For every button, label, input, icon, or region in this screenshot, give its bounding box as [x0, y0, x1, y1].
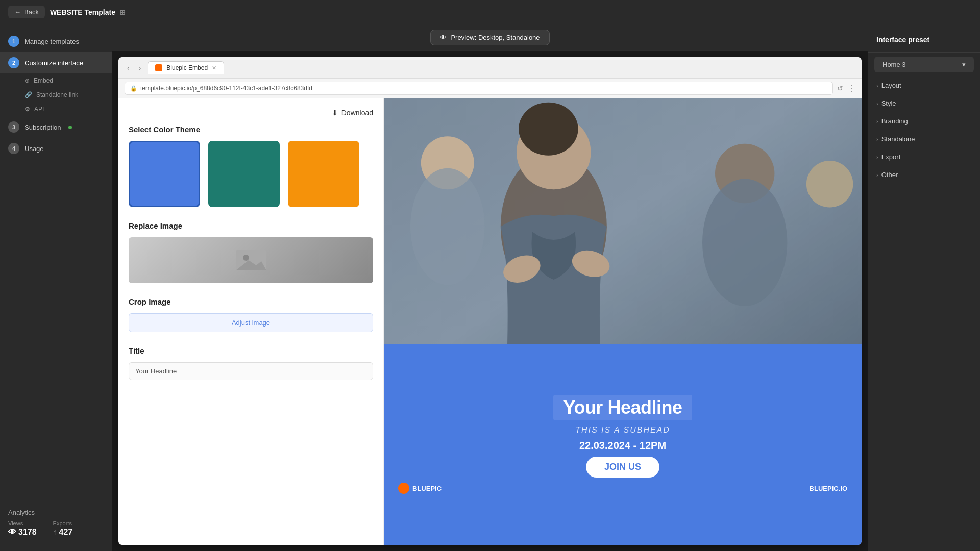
color-swatch-orange[interactable] [288, 141, 359, 207]
export-icon: ↑ [53, 528, 57, 537]
analytics-section: Analytics Views 👁 3178 Exports ↑ 427 [0, 500, 112, 545]
color-theme-section: Select Color Theme [129, 125, 373, 207]
replace-image-title: Replace Image [129, 221, 373, 230]
chevron-right-icon: › [876, 83, 878, 89]
title-input[interactable] [129, 362, 373, 380]
browser-back-button[interactable]: ‹ [125, 63, 132, 73]
sidebar-sub-standalone-link[interactable]: 🔗 Standalone link [0, 88, 112, 102]
topbar: ← Back WEBSITE Template ⊞ [0, 0, 980, 24]
browser-window: ‹ › Bluepic Embed ✕ 🔒 template.bluepic.i… [118, 57, 862, 545]
image-placeholder-icon [236, 250, 266, 270]
url-text: template.bluepic.io/p_688d6c90-112f-43c1… [140, 85, 312, 92]
sidebar-sub-api[interactable]: ⚙ API [0, 102, 112, 116]
replace-image-section: Replace Image [129, 221, 373, 283]
url-bar[interactable]: 🔒 template.bluepic.io/p_688d6c90-112f-43… [125, 82, 833, 95]
preview-bar: 👁 Preview: Desktop, Standalone [112, 24, 868, 51]
step-2-badge: 2 [8, 57, 19, 68]
preview-bottom: Your Headline THIS IS A SUBHEAD 22.03.20… [384, 344, 862, 545]
rs-section-standalone[interactable]: › Standalone [868, 130, 980, 148]
step-3-badge: 3 [8, 121, 19, 133]
browser-tab-title: Bluepic Embed [166, 64, 208, 71]
views-value: 👁 3178 [8, 528, 37, 537]
preview-image-area [384, 98, 862, 344]
left-sidebar: 1 Manage templates 2 Customize interface… [0, 24, 112, 551]
interface-preset-title: Interface preset [868, 31, 980, 53]
browser-chrome: ‹ › Bluepic Embed ✕ [118, 57, 862, 79]
rs-section-layout[interactable]: › Layout [868, 77, 980, 94]
preset-dropdown[interactable]: Home 3 ▾ [874, 57, 974, 72]
back-button[interactable]: ← Back [8, 6, 45, 18]
browser-content: ⬇ Download Select Color Theme [118, 98, 862, 545]
chevron-right-icon: › [876, 136, 878, 142]
preview-button[interactable]: 👁 Preview: Desktop, Standalone [430, 30, 549, 45]
lock-icon: 🔒 [130, 85, 137, 92]
branding-label: Branding [881, 117, 908, 125]
color-swatch-teal[interactable] [208, 141, 280, 207]
api-icon: ⚙ [24, 106, 30, 113]
edit-icon[interactable]: ⊞ [119, 8, 126, 16]
eye-icon: 👁 [8, 528, 16, 537]
svg-point-1 [243, 255, 249, 261]
rs-section-export[interactable]: › Export [868, 148, 980, 166]
center-content: 👁 Preview: Desktop, Standalone ‹ › Bluep… [112, 24, 868, 551]
editor-panel: ⬇ Download Select Color Theme [118, 98, 384, 545]
subscription-label: Subscription [24, 123, 61, 131]
svg-rect-14 [384, 98, 862, 344]
rs-section-other[interactable]: › Other [868, 166, 980, 184]
more-options-button[interactable]: ⋮ [847, 84, 855, 93]
chevron-right-icon: › [876, 118, 878, 124]
download-label: Download [341, 109, 373, 117]
export-label: Export [881, 153, 901, 161]
rs-section-style[interactable]: › Style [868, 94, 980, 112]
standalone-link-label: Standalone link [36, 91, 78, 98]
bluepic-tab-logo [155, 64, 162, 71]
sidebar-item-subscription[interactable]: 3 Subscription [0, 116, 112, 138]
subscription-active-dot [68, 126, 72, 129]
color-swatches [129, 141, 373, 207]
title-section-label: Title [129, 346, 373, 355]
back-label: Back [24, 8, 39, 16]
right-sidebar: Interface preset Home 3 ▾ › Layout › Sty… [868, 24, 980, 551]
step-4-badge: 4 [8, 143, 19, 154]
api-label: API [34, 106, 44, 113]
brand-url: BLUEPIC.IO [810, 485, 847, 492]
exports-label: Exports [53, 520, 73, 527]
template-preview: Your Headline THIS IS A SUBHEAD 22.03.20… [384, 98, 862, 545]
preview-cta: JOIN US [586, 457, 659, 478]
standalone-label: Standalone [881, 135, 915, 143]
eye-preview-icon: 👁 [440, 34, 447, 41]
sidebar-item-usage[interactable]: 4 Usage [0, 138, 112, 159]
preset-value: Home 3 [883, 61, 906, 68]
preview-label: Preview: Desktop, Standalone [451, 34, 540, 41]
embed-label: Embed [34, 77, 53, 84]
usage-label: Usage [24, 145, 44, 153]
download-button[interactable]: ⬇ Download [332, 109, 373, 117]
sidebar-sub-embed[interactable]: ⊕ Embed [0, 73, 112, 88]
sidebar-item-manage-templates[interactable]: 1 Manage templates [0, 31, 112, 52]
link-icon: 🔗 [24, 91, 32, 98]
browser-nav: 🔒 template.bluepic.io/p_688d6c90-112f-43… [118, 79, 862, 98]
chevron-right-icon: › [876, 101, 878, 107]
analytics-exports: Exports ↑ 427 [53, 520, 73, 537]
views-label: Views [8, 520, 37, 527]
title-section: Title [129, 346, 373, 380]
rs-section-branding[interactable]: › Branding [868, 112, 980, 130]
chevron-down-icon: ▾ [962, 61, 966, 68]
embed-icon: ⊕ [24, 77, 30, 84]
crop-image-title: Crop Image [129, 297, 373, 306]
analytics-row: Views 👁 3178 Exports ↑ 427 [8, 520, 104, 537]
replace-image-preview[interactable] [129, 237, 373, 283]
sidebar-item-customize-interface[interactable]: 2 Customize interface [0, 52, 112, 73]
manage-templates-label: Manage templates [24, 38, 79, 45]
style-label: Style [881, 99, 896, 107]
color-swatch-blue[interactable] [129, 141, 200, 207]
preview-headline: Your Headline [553, 395, 693, 420]
preview-people-image [384, 98, 862, 344]
layout-label: Layout [881, 82, 901, 89]
chevron-right-icon: › [876, 172, 878, 178]
adjust-image-button[interactable]: Adjust image [129, 313, 373, 332]
refresh-button[interactable]: ↺ [837, 84, 843, 92]
tab-close-icon[interactable]: ✕ [212, 65, 216, 71]
browser-forward-button[interactable]: › [136, 63, 144, 73]
browser-tab-bluepic[interactable]: Bluepic Embed ✕ [148, 61, 224, 74]
